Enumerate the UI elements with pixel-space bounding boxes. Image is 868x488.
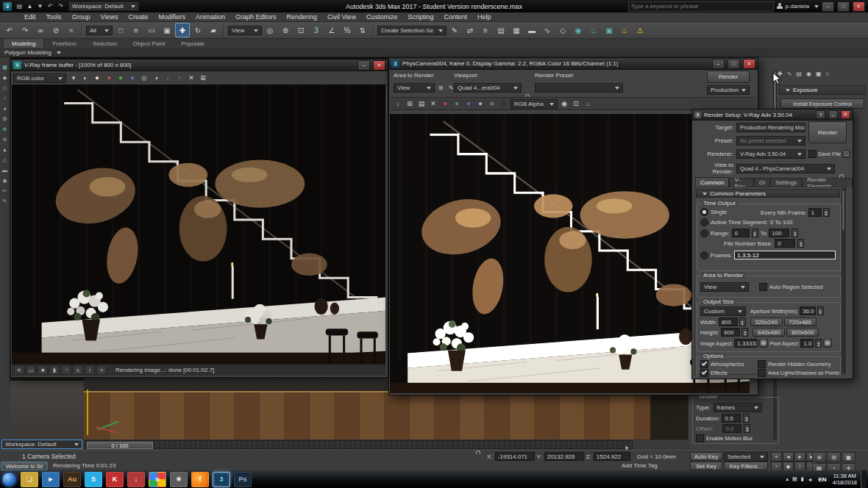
- frames-radio[interactable]: [700, 251, 708, 259]
- render-setup-tab[interactable]: Render Elements: [802, 178, 853, 187]
- menu-item[interactable]: Rendering: [282, 12, 323, 22]
- vfb-clear-image-icon[interactable]: ✕: [186, 73, 196, 83]
- vfb-red-channel-icon[interactable]: ●: [104, 73, 114, 83]
- ribbon-toggle-icon[interactable]: ▬: [524, 23, 539, 37]
- auto-key-button[interactable]: Auto Key: [690, 452, 722, 461]
- render-setup-render-button[interactable]: Render: [808, 121, 847, 143]
- rs-minimize-button[interactable]: –: [828, 110, 838, 119]
- preset-dropdown[interactable]: No preset selected: [736, 136, 805, 146]
- ribbon-edge-tool-icon[interactable]: ◇: [3, 85, 7, 90]
- vfb-srgb-icon[interactable]: s: [73, 365, 83, 375]
- search-input[interactable]: [628, 1, 774, 12]
- render-setup-scrollbar[interactable]: [842, 188, 845, 373]
- vfb-track-mouse-icon[interactable]: ✛: [14, 365, 24, 375]
- utilities-tab-icon[interactable]: ⌂: [826, 71, 830, 77]
- welcome-button[interactable]: Welcome to 3d: [1, 462, 48, 470]
- size-preset-320x240-button[interactable]: 320x240: [750, 317, 783, 326]
- vfb-stop-icon[interactable]: ■: [38, 365, 48, 375]
- kmplayer-icon[interactable]: K: [106, 472, 124, 487]
- vfb-channel-dropdown[interactable]: RGB color: [13, 73, 66, 83]
- previous-key-button[interactable]: ◄: [783, 452, 794, 462]
- save-file-browse-button[interactable]: ...: [842, 150, 850, 158]
- vfb-history-icon[interactable]: ≡: [96, 365, 107, 375]
- ribbon-paint-tool-icon[interactable]: ✎: [3, 198, 7, 204]
- time-slider-track[interactable]: 0 / 100: [85, 440, 633, 449]
- zoom-extents-icon[interactable]: ▣: [842, 452, 855, 462]
- size-preset-800x600-button[interactable]: 800x600: [786, 328, 819, 337]
- show-hidden-icons-icon[interactable]: ▴: [786, 476, 789, 482]
- range-to-spinner[interactable]: [791, 229, 798, 237]
- blue-channel-icon[interactable]: ●: [463, 98, 474, 109]
- time-slider-handle[interactable]: 0 / 100: [87, 442, 153, 449]
- hierarchy-tab-icon[interactable]: ▤: [796, 71, 802, 77]
- ribbon-tab[interactable]: Populate: [173, 39, 213, 48]
- vfb-save-image-icon[interactable]: ↓: [163, 73, 173, 83]
- polygon-modeling-subtab[interactable]: Polygon Modeling: [4, 49, 51, 56]
- select-by-name-icon[interactable]: ≡: [129, 23, 143, 37]
- atmospherics-checkbox[interactable]: [700, 360, 708, 368]
- ribbon-grow-tool-icon[interactable]: ⊕: [3, 126, 7, 132]
- vfb-white-channel-icon[interactable]: ●: [92, 73, 102, 83]
- aperture-width-spinner[interactable]: [817, 306, 824, 315]
- zoom-icon[interactable]: ⊕: [812, 452, 826, 462]
- keyboard-shortcut-override-icon[interactable]: ⊡: [294, 23, 308, 37]
- vfb-green-channel-icon[interactable]: ●: [115, 73, 126, 83]
- single-radio[interactable]: [700, 208, 708, 216]
- snaps-toggle-icon[interactable]: 3: [309, 23, 324, 37]
- photoshop-icon[interactable]: Ps: [234, 472, 252, 487]
- mirror-icon[interactable]: ⇄: [463, 23, 477, 37]
- white-channel-icon[interactable]: ○: [487, 98, 497, 109]
- network-icon[interactable]: ▮: [801, 476, 804, 482]
- y-coordinate-field[interactable]: 20132.926: [544, 452, 584, 461]
- vfb-channel-menu-icon[interactable]: ▾: [68, 73, 79, 83]
- vfb-region-render-icon[interactable]: ▭: [26, 365, 36, 375]
- aperture-width-field[interactable]: 36.0: [800, 306, 816, 315]
- green-channel-icon[interactable]: ●: [452, 98, 462, 109]
- z-coordinate-field[interactable]: 1524.922: [594, 452, 630, 461]
- menu-item[interactable]: Graph Editors: [230, 12, 282, 22]
- rs-area-dropdown[interactable]: View: [700, 282, 749, 292]
- select-and-scale-icon[interactable]: ▰: [206, 23, 221, 37]
- scene-explorer-icon[interactable]: ▦: [509, 23, 524, 37]
- vfb-half-compare-icon[interactable]: ◐: [80, 73, 90, 83]
- ribbon-bridge-tool-icon[interactable]: ▬: [2, 168, 7, 173]
- redo-quick-icon[interactable]: ↷: [56, 1, 65, 11]
- render-preset-dropdown[interactable]: [535, 83, 623, 93]
- display-tab-icon[interactable]: ▣: [816, 71, 822, 77]
- exposure-rollout[interactable]: Exposure: [779, 85, 866, 95]
- vfb-info-icon[interactable]: i: [85, 365, 95, 375]
- menu-item[interactable]: Scripting: [402, 12, 438, 22]
- render-setup-icon[interactable]: ♨: [586, 23, 601, 37]
- auto-region-checkbox[interactable]: [759, 283, 767, 291]
- motion-tab-icon[interactable]: ◉: [806, 71, 811, 77]
- shutter-offset-spinner[interactable]: [744, 424, 750, 433]
- align-icon[interactable]: ≡: [478, 23, 493, 37]
- media-player-icon[interactable]: ►: [42, 472, 60, 487]
- settings-app-icon[interactable]: ✱: [170, 472, 188, 487]
- rectangular-selection-region-icon[interactable]: ▭: [144, 23, 159, 37]
- material-editor-icon[interactable]: ◉: [571, 23, 586, 37]
- ribbon-polygon-tool-icon[interactable]: ▦: [2, 65, 7, 70]
- download-manager-icon[interactable]: ↓: [127, 472, 145, 487]
- open-file-icon[interactable]: ▲: [25, 1, 35, 11]
- save-file-icon[interactable]: ▼: [35, 1, 45, 11]
- render-setup-tab[interactable]: Common: [695, 177, 729, 187]
- ribbon-bevel-tool-icon[interactable]: △: [3, 157, 7, 162]
- ribbon-extrude-tool-icon[interactable]: ▲: [2, 147, 7, 152]
- active-time-segment-radio[interactable]: [700, 218, 708, 226]
- ribbon-vertex-tool-icon[interactable]: ◆: [3, 75, 7, 80]
- shutter-duration-spinner[interactable]: [743, 414, 750, 423]
- edit-named-selection-icon[interactable]: ✎: [447, 23, 462, 37]
- ribbon-element-tool-icon[interactable]: ●: [3, 106, 6, 111]
- menu-item[interactable]: Create: [123, 12, 153, 22]
- print-image-icon[interactable]: ▤: [416, 98, 427, 109]
- undo-icon[interactable]: ↶: [2, 23, 17, 37]
- rs-close-button[interactable]: ✕: [841, 110, 850, 119]
- vfb-close-button[interactable]: ✕: [373, 60, 385, 71]
- signed-in-user[interactable]: p.daniela: [786, 3, 809, 10]
- width-spinner[interactable]: [739, 317, 746, 326]
- menu-item[interactable]: Help: [472, 12, 497, 22]
- x-coordinate-field[interactable]: -19314.071: [495, 452, 535, 461]
- user-menu-caret-icon[interactable]: [814, 5, 819, 10]
- ribbon-border-tool-icon[interactable]: ○: [3, 96, 6, 101]
